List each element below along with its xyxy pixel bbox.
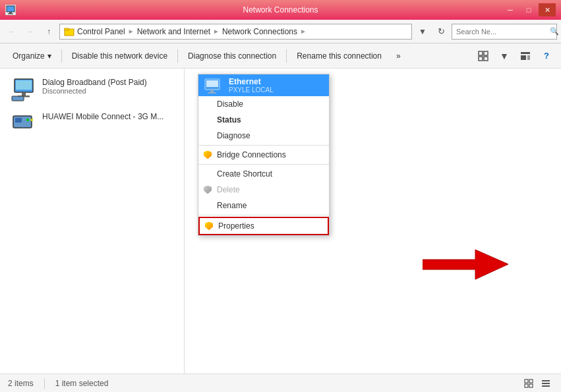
svg-rect-2 <box>8 13 13 14</box>
up-button[interactable]: ↑ <box>41 24 57 40</box>
properties-shield-icon <box>205 222 213 231</box>
window-controls: ─ □ ✕ <box>502 3 556 16</box>
svg-rect-5 <box>479 51 483 55</box>
view-grid-icon <box>478 51 488 61</box>
svg-rect-10 <box>521 55 526 60</box>
svg-rect-9 <box>521 52 530 54</box>
huawei-network-info: HUAWEI Mobile Connect - 3G M... <box>42 112 163 121</box>
rename-button[interactable]: Rename this connection <box>289 46 389 66</box>
right-panel: Ethernet PXYLE LOCAL Disable Status Diag… <box>185 69 561 374</box>
status-view-list-button[interactable] <box>539 377 553 390</box>
svg-rect-16 <box>12 96 24 101</box>
context-menu-item-status[interactable]: Status <box>198 112 329 128</box>
context-menu-item-disable[interactable]: Disable <box>198 96 329 112</box>
forward-button[interactable]: → <box>22 24 38 40</box>
left-panel: Dialog Broadband (Post Paid) Disconnecte… <box>0 69 185 374</box>
svg-rect-24 <box>208 92 216 94</box>
path-dropdown-button[interactable]: ▼ <box>415 24 430 40</box>
main-content: Dialog Broadband (Post Paid) Disconnecte… <box>0 69 561 374</box>
context-menu-item-properties[interactable]: Properties <box>198 217 329 235</box>
context-menu-divider-2 <box>198 164 329 165</box>
address-bar: ← → ↑ Control Panel ► Network and Intern… <box>0 20 561 43</box>
view-toggle-button[interactable] <box>474 47 492 65</box>
properties-arrow-icon <box>423 246 508 283</box>
svg-rect-8 <box>484 57 488 61</box>
more-button[interactable]: » <box>389 46 408 66</box>
context-menu-item-bridge[interactable]: Bridge Connections <box>198 147 329 163</box>
folder-icon <box>64 26 74 37</box>
svg-rect-11 <box>527 55 530 60</box>
huawei-network-icon <box>11 112 37 136</box>
context-menu-header: Ethernet PXYLE LOCAL <box>198 74 329 96</box>
svg-rect-30 <box>542 380 550 381</box>
selected-count: 1 item selected <box>55 379 109 388</box>
close-button[interactable]: ✕ <box>539 3 556 16</box>
minimize-button[interactable]: ─ <box>502 3 519 16</box>
app-icon <box>5 5 16 15</box>
svg-rect-7 <box>479 57 483 61</box>
ethernet-icon <box>204 78 223 94</box>
search-input[interactable] <box>456 28 547 36</box>
toolbar-separator-3 <box>286 49 287 63</box>
svg-rect-29 <box>529 384 533 387</box>
path-item-2[interactable]: Network and Internet <box>137 27 210 36</box>
svg-rect-14 <box>22 92 26 96</box>
dialog-network-name: Dialog Broadband (Post Paid) <box>42 78 147 87</box>
context-menu-info: Ethernet PXYLE LOCAL <box>229 77 274 94</box>
layout-button[interactable] <box>516 47 535 65</box>
grid-view-icon <box>524 379 533 388</box>
svg-rect-26 <box>525 379 528 383</box>
context-menu-item-shortcut[interactable]: Create Shortcut <box>198 166 329 182</box>
organize-arrow: ▾ <box>47 51 51 61</box>
diagnose-button[interactable]: Diagnose this connection <box>181 46 283 66</box>
context-menu: Ethernet PXYLE LOCAL Disable Status Diag… <box>198 74 330 236</box>
svg-rect-18 <box>15 118 22 123</box>
help-button[interactable]: ? <box>537 47 556 65</box>
window-title: Network Connections <box>243 5 318 14</box>
status-view-icons-button[interactable] <box>521 377 536 390</box>
status-separator <box>44 378 45 389</box>
network-item-huawei[interactable]: HUAWEI Mobile Connect - 3G M... <box>5 108 179 140</box>
view-dropdown-button[interactable]: ▼ <box>495 47 514 65</box>
path-item-1[interactable]: Control Panel <box>77 27 125 36</box>
context-menu-item-diagnose[interactable]: Diagnose <box>198 128 329 144</box>
maximize-button[interactable]: □ <box>520 3 537 16</box>
organize-button[interactable]: Organize ▾ <box>5 46 59 66</box>
svg-rect-32 <box>542 385 550 387</box>
svg-rect-6 <box>484 51 488 55</box>
back-button[interactable]: ← <box>4 24 20 40</box>
status-view-controls <box>521 377 553 390</box>
context-menu-network-sub: PXYLE LOCAL <box>229 86 274 94</box>
title-bar: Network Connections ─ □ ✕ <box>0 0 561 20</box>
context-menu-item-rename[interactable]: Rename <box>198 198 329 213</box>
svg-rect-4 <box>65 28 69 30</box>
list-view-icon <box>541 379 550 388</box>
huawei-network-name: HUAWEI Mobile Connect - 3G M... <box>42 112 163 121</box>
help-icon: ? <box>544 51 549 61</box>
delete-shield-icon <box>204 186 212 194</box>
search-icon: 🔍 <box>550 27 559 36</box>
organize-label: Organize <box>13 51 45 61</box>
svg-point-19 <box>26 119 29 121</box>
layout-icon <box>520 51 531 61</box>
svg-rect-31 <box>542 383 550 384</box>
disable-network-button[interactable]: Disable this network device <box>65 46 175 66</box>
svg-marker-25 <box>423 250 508 279</box>
address-path[interactable]: Control Panel ► Network and Internet ► N… <box>59 24 412 40</box>
network-item-dialog[interactable]: Dialog Broadband (Post Paid) Disconnecte… <box>5 74 179 105</box>
toolbar-right: ▼ ? <box>474 47 556 65</box>
modem-icon <box>11 112 37 136</box>
item-count: 2 items <box>8 379 34 388</box>
svg-rect-13 <box>16 80 32 90</box>
context-menu-divider-1 <box>198 145 329 146</box>
refresh-button[interactable]: ↻ <box>433 24 449 40</box>
svg-rect-0 <box>7 6 15 12</box>
path-item-3[interactable]: Network Connections <box>222 27 297 36</box>
context-menu-divider-3 <box>198 215 329 215</box>
search-box: 🔍 <box>452 24 557 40</box>
svg-rect-22 <box>206 80 218 87</box>
arrow-annotation <box>423 246 508 285</box>
toolbar-separator-1 <box>61 49 62 63</box>
dialog-network-status: Disconnected <box>42 87 147 95</box>
toolbar: Organize ▾ Disable this network device D… <box>0 43 561 69</box>
